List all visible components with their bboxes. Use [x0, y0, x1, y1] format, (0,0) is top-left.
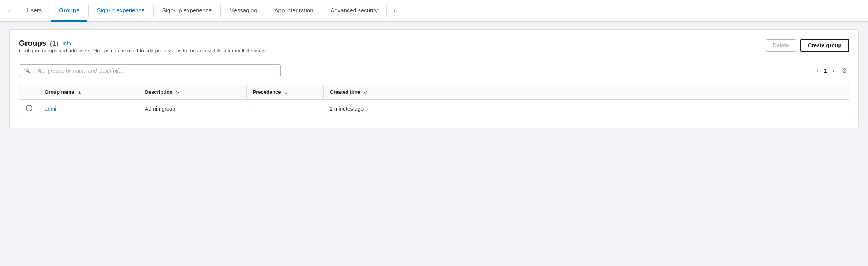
tab-app-integration[interactable]: App integration [267, 0, 321, 22]
page-title: Groups (1) [19, 39, 59, 48]
tab-advanced-security[interactable]: Advanced security [323, 0, 385, 22]
th-description[interactable]: Description ▽ [139, 85, 246, 99]
nav-right-divider [386, 5, 387, 17]
row-radio-cell[interactable] [19, 99, 39, 118]
th-precedence[interactable]: Precedence ▽ [246, 85, 323, 99]
pagination-next-button[interactable]: › [830, 66, 837, 76]
card-description: Configure groups and add users. Groups c… [19, 48, 267, 53]
card-header-left: Groups (1) Info Configure groups and add… [19, 39, 267, 61]
pagination-current-page: 1 [824, 68, 827, 74]
nav-divider-5 [266, 5, 266, 17]
groups-count: (1) [50, 40, 59, 47]
group-name-link[interactable]: admin [45, 106, 59, 112]
table-header-row: Group name ▲ Description ▽ Precedence ▽ [19, 85, 849, 99]
tab-groups[interactable]: Groups [51, 0, 87, 22]
row-description-cell: Admin group [139, 99, 246, 118]
search-input[interactable] [34, 68, 276, 74]
nav-next-arrow[interactable]: › [387, 3, 401, 18]
table-row: admin Admin group - 2 minutes ago [19, 99, 849, 118]
delete-button[interactable]: Delete [766, 39, 796, 52]
sort-icon-group-name: ▲ [77, 90, 82, 95]
card-title-row: Groups (1) Info [19, 39, 267, 48]
nav-tabs: ‹ Users Groups Sign-in experience Sign-u… [0, 0, 868, 22]
sort-icon-created-time: ▽ [364, 90, 367, 95]
row-created-time-cell: 2 minutes ago [323, 99, 849, 118]
pagination-prev-button[interactable]: ‹ [814, 66, 821, 76]
sort-icon-precedence: ▽ [284, 90, 287, 95]
nav-prev-arrow[interactable]: ‹ [3, 3, 17, 18]
th-checkbox [19, 85, 39, 99]
main-content: Groups (1) Info Configure groups and add… [0, 22, 868, 266]
row-precedence-cell: - [246, 99, 323, 118]
create-group-button[interactable]: Create group [800, 39, 849, 52]
search-container: 🔍 [19, 64, 281, 77]
search-row: 🔍 ‹ 1 › ⚙ [19, 64, 849, 77]
header-buttons: Delete Create group [766, 39, 849, 52]
tab-sign-up-experience[interactable]: Sign-up experience [154, 0, 220, 22]
card-header: Groups (1) Info Configure groups and add… [19, 39, 849, 61]
nav-divider-3 [153, 5, 154, 17]
groups-card: Groups (1) Info Configure groups and add… [9, 29, 859, 128]
th-group-name[interactable]: Group name ▲ [39, 85, 139, 99]
nav-divider-6 [322, 5, 322, 17]
nav-left-divider [18, 5, 18, 17]
nav-divider-1 [50, 5, 50, 17]
nav-divider-2 [88, 5, 89, 17]
row-radio-button[interactable] [26, 105, 32, 111]
tab-sign-in-experience[interactable]: Sign-in experience [89, 0, 152, 22]
search-icon: 🔍 [24, 67, 31, 74]
tab-users[interactable]: Users [19, 0, 49, 22]
th-created-time[interactable]: Created time ▽ [323, 85, 849, 99]
groups-table: Group name ▲ Description ▽ Precedence ▽ [19, 85, 849, 118]
pagination: ‹ 1 › ⚙ [814, 65, 849, 76]
nav-divider-4 [220, 5, 221, 17]
sort-icon-description: ▽ [176, 90, 179, 95]
info-link[interactable]: Info [62, 40, 71, 47]
table-settings-button[interactable]: ⚙ [840, 65, 849, 76]
tab-messaging[interactable]: Messaging [221, 0, 265, 22]
row-group-name-cell: admin [39, 99, 139, 118]
